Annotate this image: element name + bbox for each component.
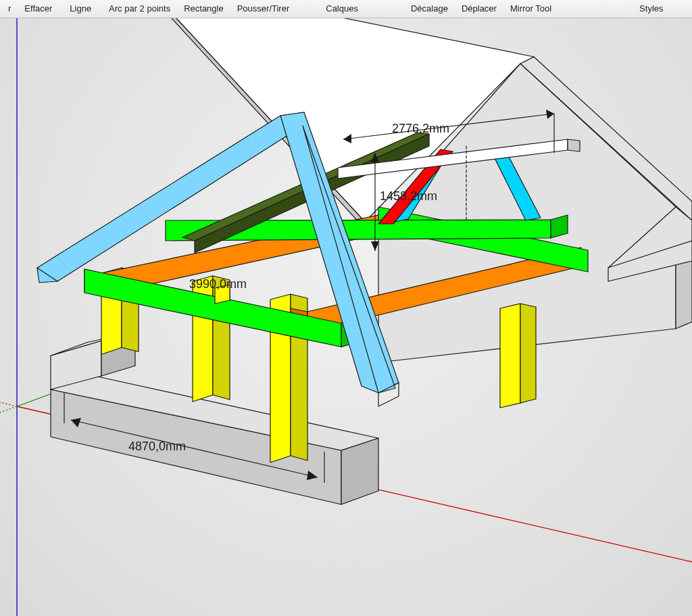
axis-red-neg — [0, 402, 17, 406]
svg-text:2776,2mm: 2776,2mm — [392, 122, 449, 135]
3d-viewport[interactable]: 2776,2mm 1458,2mm 3990,0mm 4870,0mm — [0, 18, 692, 616]
svg-marker-19 — [520, 304, 536, 403]
svg-marker-8 — [341, 438, 378, 504]
axis-green-neg — [0, 406, 17, 412]
menu-styles[interactable]: Styles — [633, 0, 670, 18]
svg-marker-18 — [500, 304, 520, 408]
menu-arc[interactable]: Arc par 2 points — [102, 0, 177, 18]
svg-text:3990,0mm: 3990,0mm — [189, 277, 247, 291]
menu-decalage[interactable]: Décalage — [404, 0, 455, 18]
menu-mirror[interactable]: Mirror Tool — [503, 0, 558, 18]
svg-marker-47 — [371, 241, 379, 251]
model-canvas[interactable]: 2776,2mm 1458,2mm 3990,0mm 4870,0mm — [0, 18, 692, 616]
svg-marker-35 — [568, 139, 580, 151]
menu-effacer[interactable]: Effacer — [18, 0, 59, 18]
toolbar: r Effacer Ligne Arc par 2 points Rectang… — [0, 0, 692, 18]
menu-ligne[interactable]: Ligne — [63, 0, 98, 18]
menu-deplacer[interactable]: Déplacer — [455, 0, 503, 18]
svg-text:4870,0mm: 4870,0mm — [128, 440, 186, 453]
menu-pousser[interactable]: Pousser/Tirer — [230, 0, 297, 18]
menu-item-r[interactable]: r — [1, 0, 18, 18]
svg-text:1458,2mm: 1458,2mm — [380, 189, 437, 203]
menu-rectangle[interactable]: Rectangle — [177, 0, 230, 18]
menu-calques[interactable]: Calques — [319, 0, 365, 18]
